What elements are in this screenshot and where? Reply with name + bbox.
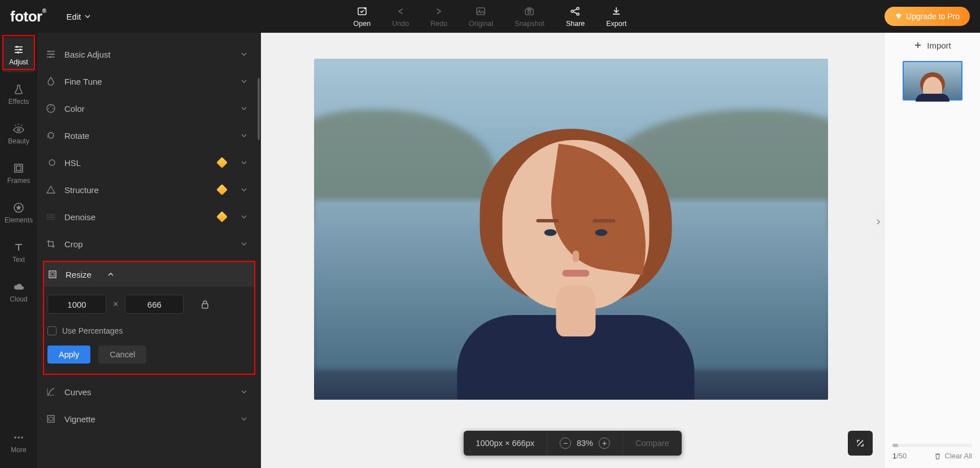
top-toolbar: Open Undo Redo Original Snapshot Share E… [354,5,627,28]
panel-crop[interactable]: Crop [37,230,261,257]
zoom-out-button[interactable]: − [560,438,571,449]
edit-menu-label: Edit [67,12,81,21]
rail-adjust[interactable]: Adjust [3,37,34,72]
resize-height-input[interactable] [125,295,184,314]
export-button[interactable]: Export [606,5,626,28]
drop-icon [45,76,56,87]
panel-color[interactable]: Color [37,95,261,122]
use-percentages-row[interactable]: Use Percentages [47,326,251,335]
svg-rect-28 [49,271,56,278]
rail-beauty[interactable]: Beauty [3,116,34,151]
compare-button[interactable]: Compare [623,431,682,456]
curves-icon [45,386,56,397]
snapshot-icon [523,5,535,18]
expand-canvas-button[interactable] [848,431,873,456]
rail-effects[interactable]: Effects [3,77,34,112]
svg-point-16 [14,436,16,439]
chevron-down-icon [241,159,247,166]
chevron-up-icon [107,271,114,278]
lock-icon[interactable] [201,299,210,309]
sliders-icon [12,43,25,56]
undo-button[interactable]: Undo [392,5,409,28]
canvas-bottom-bar: 1000px × 666px − 83% + Compare [463,431,681,456]
panel-basic-adjust[interactable]: Basic Adjust [37,41,261,68]
panel-structure[interactable]: Structure [37,176,261,203]
vignette-icon [45,413,56,425]
svg-point-17 [18,436,20,439]
thumbnail-scrollbar[interactable] [892,444,972,447]
rail-elements[interactable]: Elements [3,195,34,230]
canvas-image[interactable] [314,59,828,400]
collapse-right-panel-button[interactable] [873,203,884,240]
rail-text[interactable]: Text [3,235,34,270]
resize-width-input[interactable] [47,295,106,314]
panel-resize: Resize × Use Percentages Apply Cancel [43,261,255,375]
chevron-down-icon [241,240,247,247]
chevron-down-icon [241,132,247,139]
sliders-icon [45,49,56,60]
svg-point-8 [577,13,580,15]
rotate-icon [45,130,56,141]
panel-curves[interactable]: Curves [37,378,261,405]
cancel-button[interactable]: Cancel [98,345,146,364]
resize-header[interactable]: Resize [44,262,254,287]
redo-button[interactable]: Redo [430,5,447,28]
dimensions-display: 1000px × 666px [463,431,547,456]
svg-point-27 [49,160,55,165]
clear-all-button[interactable]: Clear All [934,452,972,460]
chevron-down-icon [241,415,247,422]
trash-icon [934,452,942,460]
svg-point-21 [50,56,51,58]
panel-hsl[interactable]: HSL [37,149,261,176]
zoom-in-button[interactable]: + [599,438,610,449]
rail-more[interactable]: More [3,425,34,460]
svg-point-12 [18,129,20,131]
share-button[interactable]: Share [566,5,585,28]
edit-menu[interactable]: Edit [67,12,92,21]
checkbox-unchecked-icon[interactable] [47,326,56,335]
undo-icon [394,5,407,18]
svg-point-31 [49,417,53,421]
panel-scrollbar[interactable] [258,78,260,140]
panel-rotate[interactable]: Rotate [37,122,261,149]
panel-fine-tune[interactable]: Fine Tune [37,68,261,95]
svg-rect-13 [15,164,23,172]
redo-icon [433,5,445,18]
upgrade-button[interactable]: Upgrade to Pro [885,7,970,26]
star-icon [12,202,25,214]
image-count: 1/50 [892,452,907,460]
svg-point-10 [19,49,21,51]
crop-icon [45,238,56,250]
zoom-level: 83% [577,439,593,448]
zoom-controls: − 83% + [547,431,623,456]
svg-point-6 [572,10,574,12]
snapshot-button[interactable]: Snapshot [515,5,545,28]
more-icon [12,431,25,444]
apply-button[interactable]: Apply [47,345,90,364]
times-symbol: × [113,299,118,309]
svg-point-25 [48,108,49,109]
svg-point-19 [49,51,50,53]
chevron-down-icon [241,105,247,112]
panel-denoise[interactable]: Denoise [37,203,261,230]
pro-diamond-icon [216,184,228,195]
chevron-down-icon [241,388,247,395]
panel-vignette[interactable]: Vignette [37,405,261,432]
original-button[interactable]: Original [469,5,493,28]
right-panel: Import 1/50 Clear All [884,33,980,468]
image-thumbnail[interactable] [903,61,962,100]
export-icon [610,5,622,18]
import-button[interactable]: Import [885,33,980,58]
diamond-icon [895,12,903,20]
pro-diamond-icon [216,211,228,222]
frame-icon [12,162,25,174]
rail-cloud[interactable]: Cloud [3,274,34,309]
svg-point-24 [53,108,54,109]
open-button[interactable]: Open [354,5,371,28]
triangle-icon [45,184,56,195]
rail-frames[interactable]: Frames [3,156,34,191]
svg-point-9 [16,46,18,48]
svg-point-4 [528,11,531,14]
plus-icon [913,41,922,50]
chevron-down-icon [241,213,247,220]
